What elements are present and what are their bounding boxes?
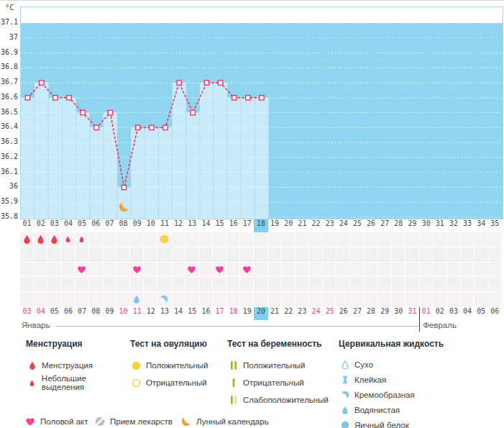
cycle-day-cell[interactable]: 07: [103, 219, 116, 232]
event-cell[interactable]: [254, 232, 267, 247]
temperature-plot[interactable]: [20, 6, 503, 219]
event-cell[interactable]: [254, 292, 267, 307]
event-cell[interactable]: [282, 292, 295, 307]
event-cell[interactable]: [103, 292, 116, 307]
event-cell[interactable]: [199, 292, 213, 307]
event-cell[interactable]: [365, 277, 378, 292]
date-cell[interactable]: 17: [213, 307, 226, 320]
event-cell[interactable]: [365, 292, 378, 307]
event-cell[interactable]: [130, 247, 144, 263]
event-cell[interactable]: [309, 292, 323, 307]
event-cell[interactable]: [323, 277, 336, 292]
event-cell[interactable]: [392, 292, 406, 307]
event-cell[interactable]: [336, 247, 350, 263]
event-cell[interactable]: [20, 263, 34, 278]
event-cell[interactable]: [254, 277, 267, 292]
event-cell[interactable]: [240, 232, 254, 247]
event-cell[interactable]: [20, 247, 34, 263]
cycle-day-cell[interactable]: 13: [185, 219, 199, 232]
event-cell[interactable]: [213, 247, 226, 263]
event-cell[interactable]: [475, 247, 488, 263]
event-cell[interactable]: [475, 277, 488, 292]
cycle-day-cell[interactable]: 21: [295, 219, 309, 232]
event-cell[interactable]: [254, 247, 267, 263]
event-cell[interactable]: [75, 263, 89, 278]
event-cell[interactable]: [488, 277, 502, 292]
event-cell[interactable]: [185, 277, 199, 292]
event-cell[interactable]: [157, 263, 171, 278]
event-cell[interactable]: [226, 247, 240, 263]
event-cell[interactable]: [199, 232, 213, 247]
cycle-day-cell[interactable]: 34: [475, 219, 488, 232]
event-cell[interactable]: [488, 247, 502, 263]
date-cell[interactable]: 28: [365, 307, 378, 320]
event-cell[interactable]: [433, 277, 446, 292]
date-cell[interactable]: 10: [116, 307, 130, 320]
event-cell[interactable]: [47, 292, 61, 307]
event-cell[interactable]: [323, 263, 336, 278]
cycle-day-cell[interactable]: 28: [392, 219, 406, 232]
event-cell[interactable]: [89, 292, 103, 307]
event-cell[interactable]: [282, 232, 295, 247]
event-cell[interactable]: [130, 277, 144, 292]
event-cell[interactable]: [75, 232, 89, 247]
event-cell[interactable]: [461, 247, 475, 263]
event-cell[interactable]: [323, 232, 336, 247]
event-cell[interactable]: [34, 263, 47, 278]
event-cell[interactable]: [336, 277, 350, 292]
event-cell[interactable]: [199, 263, 213, 278]
event-cell[interactable]: [323, 292, 336, 307]
cycle-day-cell[interactable]: 33: [461, 219, 475, 232]
date-cell[interactable]: 26: [336, 307, 350, 320]
event-cell[interactable]: [433, 232, 446, 247]
event-cell[interactable]: [365, 263, 378, 278]
cycle-day-cell[interactable]: 14: [199, 219, 213, 232]
date-cell[interactable]: 07: [75, 307, 89, 320]
cycle-day-cell[interactable]: 11: [157, 219, 171, 232]
event-cell[interactable]: [20, 232, 34, 247]
event-cell[interactable]: [365, 232, 378, 247]
event-cell[interactable]: [406, 263, 419, 278]
event-cell[interactable]: [89, 263, 103, 278]
event-cell[interactable]: [144, 292, 157, 307]
event-cell[interactable]: [34, 247, 47, 263]
cycle-day-cell[interactable]: 31: [433, 219, 446, 232]
event-cell[interactable]: [446, 247, 460, 263]
event-cell[interactable]: [475, 232, 488, 247]
event-cell[interactable]: [75, 247, 89, 263]
date-cell[interactable]: 08: [89, 307, 103, 320]
date-cell[interactable]: 23: [295, 307, 309, 320]
event-cell[interactable]: [116, 292, 130, 307]
cycle-day-cell[interactable]: 08: [116, 219, 130, 232]
event-cell[interactable]: [34, 292, 47, 307]
event-cell[interactable]: [309, 232, 323, 247]
event-cell[interactable]: [406, 232, 419, 247]
event-cell[interactable]: [34, 277, 47, 292]
event-cell[interactable]: [295, 263, 309, 278]
event-cell[interactable]: [185, 263, 199, 278]
event-cell[interactable]: [282, 263, 295, 278]
event-cell[interactable]: [336, 263, 350, 278]
event-cell[interactable]: [419, 232, 433, 247]
event-cell[interactable]: [130, 292, 144, 307]
cycle-day-cell[interactable]: 02: [34, 219, 47, 232]
date-cell[interactable]: 16: [199, 307, 213, 320]
event-cell[interactable]: [378, 232, 392, 247]
event-cell[interactable]: [309, 263, 323, 278]
event-cell[interactable]: [392, 263, 406, 278]
event-cell[interactable]: [419, 292, 433, 307]
event-cell[interactable]: [226, 292, 240, 307]
event-cell[interactable]: [89, 277, 103, 292]
cycle-day-cell[interactable]: 19: [268, 219, 282, 232]
date-cell[interactable]: 04: [34, 307, 47, 320]
event-cell[interactable]: [365, 247, 378, 263]
event-cell[interactable]: [130, 263, 144, 278]
date-cell[interactable]: 02: [433, 307, 446, 320]
event-cell[interactable]: [116, 247, 130, 263]
event-cell[interactable]: [378, 292, 392, 307]
event-cell[interactable]: [172, 277, 185, 292]
event-cell[interactable]: [295, 232, 309, 247]
date-cell[interactable]: 06: [488, 307, 502, 320]
event-cell[interactable]: [34, 232, 47, 247]
event-cell[interactable]: [392, 232, 406, 247]
